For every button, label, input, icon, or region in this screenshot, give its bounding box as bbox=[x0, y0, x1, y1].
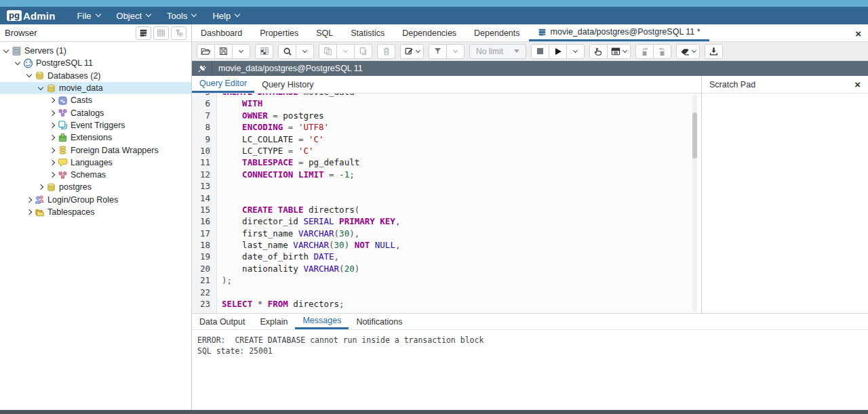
tree-item-event-triggers[interactable]: Event Triggers bbox=[0, 119, 191, 131]
close-panel-icon[interactable]: × bbox=[855, 24, 861, 42]
main-workspace: DashboardPropertiesSQLStatisticsDependen… bbox=[192, 24, 868, 414]
clear-button[interactable] bbox=[676, 44, 700, 59]
tree-item-foreign-data-wrappers[interactable]: Foreign Data Wrappers bbox=[0, 144, 191, 156]
chevron-right-icon[interactable] bbox=[26, 196, 32, 202]
find-button[interactable] bbox=[278, 44, 296, 59]
filter-button[interactable] bbox=[429, 44, 447, 59]
document-tabbar: DashboardPropertiesSQLStatisticsDependen… bbox=[192, 24, 868, 42]
tab-explain[interactable]: Explain bbox=[252, 314, 295, 329]
query-editor-pane: Query EditorQuery History 5CREATE DATABA… bbox=[192, 76, 702, 313]
chevron-right-icon[interactable] bbox=[38, 184, 43, 190]
tree-item-tablespaces[interactable]: Tablespaces bbox=[0, 206, 191, 218]
code-line: 6 WITH bbox=[192, 98, 701, 109]
grid-icon[interactable] bbox=[153, 26, 169, 40]
line-number: 20 bbox=[192, 263, 217, 274]
copy-button[interactable] bbox=[319, 44, 337, 59]
tree-item-label: Languages bbox=[71, 158, 113, 167]
line-number: 19 bbox=[192, 251, 217, 262]
servers-icon bbox=[12, 46, 22, 56]
copy-dropdown-button[interactable] bbox=[336, 44, 355, 59]
tree-item-servers-1[interactable]: Servers (1) bbox=[0, 45, 191, 57]
chevron-down-icon[interactable] bbox=[38, 84, 43, 89]
delete-button[interactable] bbox=[377, 44, 395, 59]
connection-plug-icon[interactable] bbox=[192, 61, 212, 76]
chevron-down-icon[interactable] bbox=[26, 72, 32, 77]
execute-button[interactable] bbox=[549, 44, 567, 59]
save-data-changes-button[interactable] bbox=[255, 44, 273, 59]
scratch-pad-textarea[interactable] bbox=[702, 94, 868, 313]
pgadmin-logo[interactable]: pg Admin bbox=[7, 10, 56, 22]
chevron-right-icon[interactable] bbox=[50, 123, 55, 128]
chevron-right-icon[interactable] bbox=[50, 172, 55, 178]
tab-dependents[interactable]: Dependents bbox=[465, 24, 528, 41]
chevron-right-icon[interactable] bbox=[50, 98, 55, 103]
sql-editor[interactable]: 5CREATE DATABASE movie_data6 WITH7 OWNER… bbox=[192, 94, 701, 313]
download-csv-button[interactable] bbox=[705, 44, 723, 59]
tree-item-label: Event Triggers bbox=[71, 121, 125, 130]
save-dropdown-button[interactable] bbox=[232, 44, 250, 59]
chevron-right-icon[interactable] bbox=[50, 160, 55, 165]
menu-tools[interactable]: Tools bbox=[159, 7, 204, 24]
chevron-right-icon[interactable] bbox=[50, 135, 55, 140]
output-tabbar: Data OutputExplainMessagesNotifications bbox=[192, 313, 868, 330]
logo-pg-badge: pg bbox=[7, 10, 22, 21]
editor-scrollbar[interactable] bbox=[692, 95, 697, 312]
event-triggers-icon bbox=[58, 120, 68, 130]
paste-button[interactable] bbox=[354, 44, 372, 59]
chevron-down-icon[interactable] bbox=[15, 60, 20, 65]
stop-button[interactable] bbox=[531, 44, 549, 59]
tab-sql[interactable]: SQL bbox=[307, 24, 342, 41]
filter-dropdown-button[interactable] bbox=[446, 44, 465, 59]
save-button[interactable] bbox=[214, 44, 233, 59]
catalogs-icon bbox=[58, 108, 68, 118]
tab-messages[interactable]: Messages bbox=[295, 314, 349, 329]
tab-query-tool-active[interactable]: movie_data/postgres@PostgreSQL 11 * bbox=[529, 24, 709, 41]
tree-item-extensions[interactable]: Extensions bbox=[0, 131, 191, 144]
tab-notifications[interactable]: Notifications bbox=[349, 314, 410, 329]
tree-item-casts[interactable]: Casts bbox=[0, 94, 191, 106]
tab-properties[interactable]: Properties bbox=[251, 24, 307, 41]
tree-item-databases-2[interactable]: Databases (2) bbox=[0, 70, 191, 82]
tab-data-output[interactable]: Data Output bbox=[192, 314, 252, 329]
tree-item-movie-data[interactable]: movie_data bbox=[0, 82, 191, 94]
menu-help[interactable]: Help bbox=[204, 7, 248, 24]
tree-item-label: Servers (1) bbox=[24, 46, 66, 56]
open-file-button[interactable] bbox=[197, 44, 215, 59]
rollback-button[interactable] bbox=[653, 44, 671, 59]
commit-button[interactable] bbox=[635, 44, 654, 59]
tree-item-catalogs[interactable]: Catalogs bbox=[0, 106, 191, 119]
row-limit-select[interactable]: No limit bbox=[469, 44, 526, 59]
tab-dependencies[interactable]: Dependencies bbox=[393, 24, 465, 41]
scratch-pad-close-icon[interactable]: × bbox=[854, 79, 861, 89]
code-line: 18 last_name VARCHAR(30) NOT NULL, bbox=[192, 239, 701, 251]
code-line: 15 CREATE TABLE directors( bbox=[192, 204, 701, 215]
window-bottom-edge bbox=[0, 410, 868, 414]
chevron-right-icon[interactable] bbox=[26, 209, 32, 215]
explain-button[interactable] bbox=[589, 44, 608, 59]
query-tool-toolbar: No limit bbox=[192, 42, 868, 61]
server-stack-icon[interactable] bbox=[136, 26, 151, 40]
tab-query-editor[interactable]: Query Editor bbox=[192, 76, 254, 93]
filter-grid-icon[interactable] bbox=[171, 26, 186, 40]
execute-dropdown-button[interactable] bbox=[566, 44, 585, 59]
tab-dashboard[interactable]: Dashboard bbox=[192, 24, 251, 41]
menu-file[interactable]: File bbox=[69, 7, 108, 24]
tree-item-postgresql-11[interactable]: PostgreSQL 11 bbox=[0, 57, 191, 69]
menu-object[interactable]: Object bbox=[108, 7, 159, 24]
tab-statistics[interactable]: Statistics bbox=[342, 24, 393, 41]
tab-query-history[interactable]: Query History bbox=[254, 76, 321, 93]
line-number: 22 bbox=[192, 287, 217, 298]
tree-item-languages[interactable]: Languages bbox=[0, 157, 191, 169]
chevron-down-icon[interactable] bbox=[3, 47, 9, 52]
chevron-right-icon[interactable] bbox=[50, 147, 55, 152]
code-line: 14 bbox=[192, 192, 701, 204]
tree-item-login-group-roles[interactable]: Login/Group Roles bbox=[0, 194, 191, 206]
find-dropdown-button[interactable] bbox=[296, 44, 314, 59]
explain-options-button[interactable] bbox=[607, 44, 631, 59]
chevron-right-icon[interactable] bbox=[50, 110, 55, 115]
tree-item-schemas[interactable]: Schemas bbox=[0, 169, 191, 181]
postgresql-icon bbox=[23, 58, 33, 68]
editor-scrollbar-thumb[interactable] bbox=[692, 112, 697, 159]
edit-options-button[interactable] bbox=[400, 44, 424, 59]
tree-item-postgres[interactable]: postgres bbox=[0, 181, 191, 193]
